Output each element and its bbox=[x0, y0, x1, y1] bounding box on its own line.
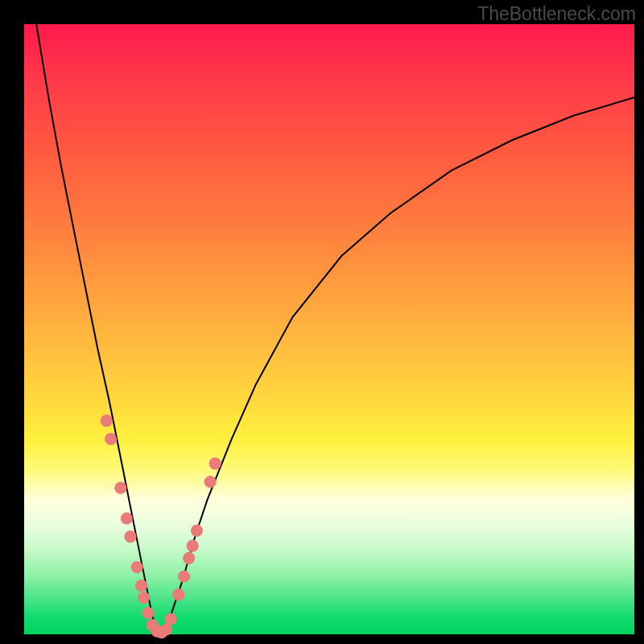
data-marker bbox=[187, 540, 199, 552]
watermark-text: TheBottleneck.com bbox=[477, 3, 636, 25]
plot-area bbox=[24, 24, 634, 634]
data-marker bbox=[178, 570, 190, 582]
data-marker bbox=[121, 512, 133, 524]
data-marker bbox=[124, 530, 136, 543]
chart-frame: TheBottleneck.com bbox=[0, 0, 644, 644]
data-marker bbox=[142, 607, 154, 619]
data-marker bbox=[209, 457, 221, 469]
data-marker bbox=[114, 482, 126, 494]
data-marker bbox=[131, 561, 143, 573]
data-marker bbox=[135, 580, 147, 592]
data-marker bbox=[191, 525, 203, 537]
data-marker bbox=[172, 588, 184, 601]
chart-svg bbox=[24, 24, 634, 634]
data-marker bbox=[183, 552, 195, 564]
data-marker bbox=[204, 476, 217, 488]
data-marker bbox=[105, 433, 117, 445]
data-marker bbox=[101, 415, 113, 427]
data-marker bbox=[164, 613, 176, 625]
bottleneck-curve bbox=[36, 24, 634, 634]
data-marker bbox=[138, 592, 150, 604]
